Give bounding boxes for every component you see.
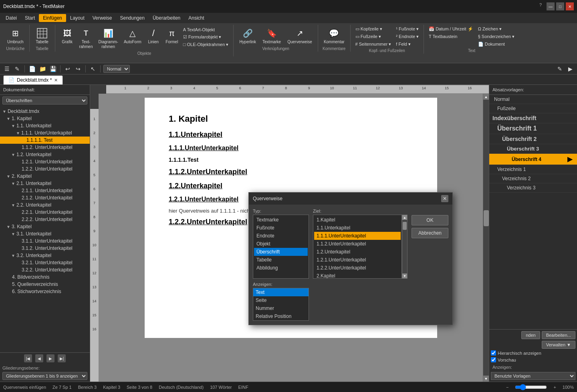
btn-nden[interactable]: nden <box>521 331 540 339</box>
ziel-1-2-1[interactable]: 1.2.1.UnterUnterkapitel <box>314 256 401 264</box>
ribbon-btn-diagramm[interactable]: 📊 Diagramm-rahmen <box>96 26 120 50</box>
menu-verweise[interactable]: Verweise <box>89 14 116 22</box>
tree-item[interactable]: 1.2.1. UnterUnterkapitel <box>0 158 90 165</box>
tree-item[interactable]: ▼1.1. Unterkapitel <box>0 122 90 129</box>
toolbar-btn-redo[interactable]: ↪ <box>74 64 83 73</box>
doc-scrollbar[interactable]: ▲ ▼ <box>483 94 489 382</box>
dialog-typ-listbox[interactable]: Textmarke Fußnote Endnote Objekt Übersch… <box>253 215 309 279</box>
style-h4[interactable]: Überschrift 4 ▶ <box>489 154 577 165</box>
toolbar-btn-cursor[interactable]: ↖ <box>89 64 97 73</box>
tree-item[interactable]: ▼2.2. Unterkapitel <box>0 201 90 209</box>
ribbon-btn-linien[interactable]: / Linien <box>145 26 162 46</box>
typ-objekt[interactable]: Objekt <box>254 240 308 248</box>
toolbar-btn-right1[interactable]: ✎ <box>555 64 564 73</box>
ribbon-btn-dokument[interactable]: 📄 Dokument <box>476 41 516 48</box>
style-verz1[interactable]: Verzeichnis 1 <box>489 165 577 174</box>
toolbar-btn-menu[interactable]: ☰ <box>2 64 11 73</box>
dialog-abbrechen-btn[interactable]: Abbrechen <box>412 228 448 238</box>
ribbon-btn-ole[interactable]: □ OLE-Objektrahmen ▾ <box>182 41 230 48</box>
toolbar-btn-save[interactable]: 💾 <box>48 64 57 73</box>
style-verz3[interactable]: Verzeichnis 3 <box>489 183 577 193</box>
ziel-1-1-2[interactable]: 1.1.2.UnterUnterkapitel <box>314 240 401 248</box>
nav-first-btn[interactable]: |◀ <box>24 354 32 362</box>
typ-uberschrift[interactable]: Überschrift <box>254 248 308 256</box>
menu-ansicht[interactable]: Ansicht <box>184 14 208 22</box>
ribbon-btn-textbaustein[interactable]: T Textbaustein <box>427 33 475 40</box>
dialog-close-btn[interactable]: ✕ <box>441 195 448 202</box>
nav-prev-btn[interactable]: ◀ <box>35 354 43 362</box>
btn-bearbeiten[interactable]: Bearbeiten... <box>542 331 575 339</box>
tree-item[interactable]: ▼Deckblatt.tmdx <box>0 108 90 115</box>
ziel-1-kapitel[interactable]: 1.Kapitel <box>314 216 401 224</box>
style-h3[interactable]: Überschrift 3 <box>489 144 577 154</box>
scroll-up-btn[interactable]: ▲ <box>483 94 489 100</box>
sidebar-dropdown[interactable]: Überschriften <box>2 96 87 105</box>
tree-item[interactable]: ▼1.1.1. UnterUnterkapitel <box>0 129 90 137</box>
ribbon-btn-umbruch[interactable]: ⊞ Umbruch <box>5 26 26 46</box>
tree-item[interactable]: 4. Bildverzeichnis <box>0 273 90 281</box>
checkbox-vorschau[interactable] <box>491 357 496 362</box>
menu-layout[interactable]: Layout <box>66 14 89 22</box>
nav-last-btn[interactable]: ▶| <box>58 354 66 362</box>
ribbon-btn-textart[interactable]: A TextArt-Objekt <box>182 26 230 33</box>
toolbar-btn-new[interactable]: 📄 <box>28 64 36 73</box>
ribbon-btn-seitennummer[interactable]: # Seitennummer ▾ <box>354 41 393 48</box>
ribbon-btn-tabelle[interactable]: Tabelle <box>33 26 51 46</box>
doc-tab-close[interactable]: ✕ <box>54 78 58 83</box>
tree-item[interactable]: ▼3. Kapitel <box>0 223 90 230</box>
typ-tabelle[interactable]: Tabelle <box>254 256 308 264</box>
ribbon-btn-grafik[interactable]: 🖼 Grafik <box>59 26 76 46</box>
dialog-anzeigen-listbox[interactable]: Text Seite Nummer Relative Position <box>253 288 309 321</box>
ziel-scroll-up[interactable]: ▲ <box>402 215 407 220</box>
tree-item[interactable]: 1.2.2. UnterUnterkapitel <box>0 165 90 173</box>
style-index[interactable]: Indexüberschrift <box>489 113 577 123</box>
ribbon-btn-hyperlink[interactable]: 🔗 Hyperlink <box>237 26 258 46</box>
ribbon-btn-kopfzeile[interactable]: ▭ Kopfzeile ▾ <box>354 26 393 32</box>
ziel-1-1[interactable]: 1.1.Unterkapitel <box>314 224 401 232</box>
ziel-scroll-down[interactable]: ▼ <box>402 273 407 278</box>
help-icon[interactable]: ? <box>539 2 542 10</box>
style-verz2[interactable]: Verzeichnis 2 <box>489 174 577 183</box>
ribbon-btn-endnote[interactable]: ² Endnote ▾ <box>394 33 420 40</box>
tree-item[interactable]: ▼3.1. Unterkapitel <box>0 230 90 237</box>
status-zoom-minus[interactable]: − <box>506 385 508 390</box>
checkbox-hierarchisch[interactable] <box>491 350 496 356</box>
ribbon-btn-textmarke[interactable]: 🔖 Textmarke <box>260 26 283 46</box>
tree-item[interactable]: 3.2.2. UnterUnterkapitel <box>0 266 90 273</box>
toolbar-btn-edit[interactable]: ✎ <box>13 64 22 73</box>
ziel-1-2-2[interactable]: 1.2.2.UnterUnterkapitel <box>314 264 401 272</box>
menu-datei[interactable]: Datei <box>2 14 21 22</box>
tree-item[interactable]: 1.1.1.1. Test <box>0 137 90 144</box>
menu-sendungen[interactable]: Sendungen <box>116 14 148 22</box>
tree-item[interactable]: ▼1. Kapitel <box>0 115 90 122</box>
close-button[interactable]: ✕ <box>566 2 574 10</box>
nav-next-btn[interactable]: ▶ <box>46 354 54 362</box>
anzeigen-nummer[interactable]: Nummer <box>253 304 309 312</box>
tree-item[interactable]: 3.1.2. UnterUnterkapitel <box>0 245 90 252</box>
gliederung-dropdown[interactable]: Gliederungsebenen 1 bis 9 anzeigen <box>2 372 87 380</box>
style-h2[interactable]: Überschrift 2 <box>489 134 577 144</box>
ribbon-btn-zeichen[interactable]: Ω Zeichen ▾ <box>476 26 516 32</box>
ribbon-btn-feld[interactable]: f Feld ▾ <box>394 41 420 48</box>
ribbon-btn-formular[interactable]: ☑ Formularobjekt ▾ <box>182 34 230 40</box>
tree-item[interactable]: 3.1.1. UnterUnterkapitel <box>0 237 90 245</box>
status-zoom-plus[interactable]: + <box>553 385 556 390</box>
tree-item[interactable]: 2.1.1. UnterUnterkapitel <box>0 187 90 194</box>
tree-item[interactable]: 2.2.2. UnterUnterkapitel <box>0 216 90 223</box>
tree-item[interactable]: 2.1.2. UnterUnterkapitel <box>0 194 90 201</box>
tree-item[interactable]: ▼2.1. Unterkapitel <box>0 180 90 187</box>
btn-verwalten[interactable]: Verwalten ▼ <box>542 341 575 349</box>
ziel-2[interactable]: 2.Kapitel <box>314 272 401 279</box>
ziel-1-2[interactable]: 1.2.Unterkapitel <box>314 248 401 256</box>
dialog-ok-btn[interactable]: OK <box>412 215 448 225</box>
tree-item[interactable]: 1.1.2. UnterUnterkapitel <box>0 144 90 151</box>
ribbon-btn-kommentar[interactable]: 💬 Kommentar <box>321 26 347 46</box>
minimize-button[interactable]: — <box>547 2 555 10</box>
tree-item[interactable]: 2.2.1. UnterUnterkapitel <box>0 209 90 216</box>
style-dropdown[interactable]: Normal <box>103 65 130 73</box>
ziel-scroll-track[interactable] <box>402 220 407 273</box>
typ-endnote[interactable]: Endnote <box>254 232 308 240</box>
ribbon-btn-datum[interactable]: 📅 Datum / Uhrzeit ⚡ <box>427 26 475 32</box>
tree-item[interactable]: ▼3.2. Unterkapitel <box>0 252 90 259</box>
tree-item[interactable]: ▼1.2. Unterkapitel <box>0 151 90 158</box>
